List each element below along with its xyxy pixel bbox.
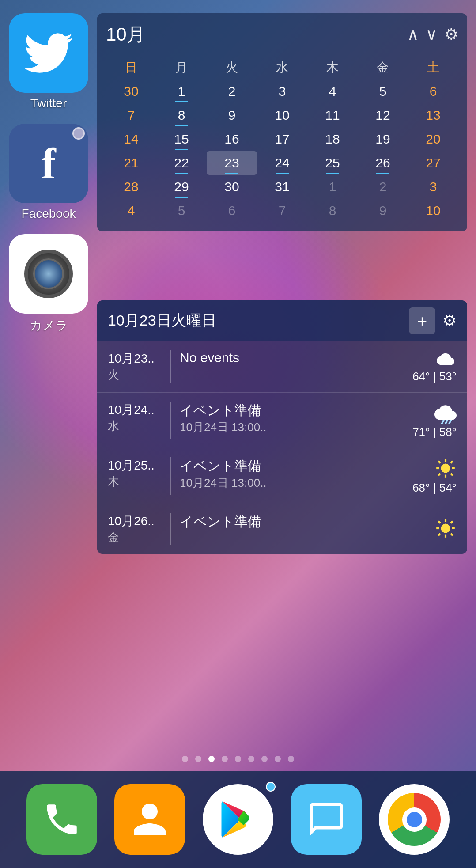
chrome-dock-icon[interactable] [379,784,450,855]
calendar-day-0-2[interactable]: 2 [207,80,257,103]
calendar-day-2-6[interactable]: 20 [408,127,458,151]
calendar-day-1-4[interactable]: 11 [307,103,358,127]
weather-icon-3 [434,517,457,539]
calendar-header: 10月 ∧ ∨ ⚙ [106,22,458,47]
calendar-day-3-1[interactable]: 22 [156,151,207,175]
calendar-day-0-3[interactable]: 3 [257,80,307,103]
calendar-day-2-1[interactable]: 15 [156,127,207,151]
calendar-day-3-2[interactable]: 23 [207,151,257,175]
event-weather-0: 64° | 53° [399,350,457,383]
calendar-day-2-4[interactable]: 18 [307,127,358,151]
calendar-grid: 日 月 火 水 木 金 土 30123456789101112131415161… [106,56,458,223]
calendar-day-5-6[interactable]: 10 [408,199,458,223]
event-weather-1: 71° | 58° [399,402,457,439]
event-row-3[interactable]: 10月26.. 金 イベント準備 [97,504,467,554]
calendar-day-0-6[interactable]: 6 [408,80,458,103]
calendar-day-4-6[interactable]: 3 [408,175,458,199]
calendar-day-5-2[interactable]: 6 [207,199,257,223]
calendar-day-5-0[interactable]: 4 [106,199,156,223]
calendar-day-4-1[interactable]: 29 [156,175,207,199]
svg-line-8 [451,461,453,463]
camera-app-icon[interactable] [9,234,88,314]
page-dot-3[interactable] [208,756,215,762]
calendar-day-3-0[interactable]: 21 [106,151,156,175]
calendar-week-0: 30123456 [106,80,458,103]
calendar-day-0-0[interactable]: 30 [106,80,156,103]
event-time-2: 10月24日 13:00.. [180,475,399,491]
calendar-day-1-0[interactable]: 7 [106,103,156,127]
calendar-day-4-2[interactable]: 30 [207,175,257,199]
contacts-dock-icon[interactable] [114,784,185,855]
event-row-0[interactable]: 10月23.. 火 No events 64° | 53° [97,341,467,392]
calendar-prev-btn[interactable]: ∧ [407,25,419,44]
page-dot-6[interactable] [248,756,254,762]
svg-line-5 [438,461,440,463]
facebook-f-icon: f [41,138,56,189]
event-row-1[interactable]: 10月24.. 水 イベント準備 10月24日 13:00.. 71° | 58… [97,392,467,448]
event-separator-0 [170,350,171,383]
page-dot-8[interactable] [275,756,281,762]
event-date-col-1: 10月24.. 水 [108,402,161,439]
calendar-body: 3012345678910111213141516171819202122232… [106,80,458,223]
calendar-day-1-3[interactable]: 10 [257,103,307,127]
calendar-day-1-6[interactable]: 13 [408,103,458,127]
play-store-icon [216,797,260,841]
event-content-2: イベント準備 10月24日 13:00.. [180,457,399,495]
event-date-col-3: 10月26.. 金 [108,513,161,545]
twitter-app-icon[interactable] [9,13,88,93]
camera-app-item[interactable]: カメラ [9,234,88,334]
page-dot-7[interactable] [261,756,268,762]
calendar-day-4-0[interactable]: 28 [106,175,156,199]
event-date-col-2: 10月25.. 木 [108,457,161,495]
calendar-day-4-3[interactable]: 31 [257,175,307,199]
facebook-app-item[interactable]: f Facebook [9,124,88,221]
event-separator-2 [170,457,171,495]
weather-temp-0: 64° | 53° [412,370,457,383]
calendar-next-btn[interactable]: ∨ [426,25,437,44]
page-dot-1[interactable] [182,756,188,762]
page-dot-9[interactable] [288,756,294,762]
calendar-day-3-5[interactable]: 26 [358,151,408,175]
weekday-fri: 金 [358,56,408,80]
calendar-day-0-1[interactable]: 1 [156,80,207,103]
calendar-day-5-3[interactable]: 7 [257,199,307,223]
calendar-day-0-4[interactable]: 4 [307,80,358,103]
calendar-day-5-4[interactable]: 8 [307,199,358,223]
calendar-day-1-5[interactable]: 12 [358,103,408,127]
calendar-day-3-6[interactable]: 27 [408,151,458,175]
calendar-day-2-3[interactable]: 17 [257,127,307,151]
calendar-day-2-0[interactable]: 14 [106,127,156,151]
calendar-settings-icon[interactable]: ⚙ [444,25,458,44]
play-store-dock-icon[interactable] [203,784,273,855]
event-day-name-2: 木 [108,474,119,489]
weather-icon-1 [434,402,457,424]
calendar-day-1-1[interactable]: 8 [156,103,207,127]
page-dot-5[interactable] [235,756,241,762]
calendar-day-3-4[interactable]: 25 [307,151,358,175]
calendar-month-title: 10月 [106,22,400,47]
calendar-day-5-1[interactable]: 5 [156,199,207,223]
twitter-app-item[interactable]: Twitter [9,13,88,110]
calendar-day-0-5[interactable]: 5 [358,80,408,103]
page-dot-2[interactable] [195,756,201,762]
events-add-button[interactable]: ＋ [409,307,435,334]
calendar-day-2-2[interactable]: 16 [207,127,257,151]
messages-dock-icon[interactable] [291,784,362,855]
calendar-day-5-5[interactable]: 9 [358,199,408,223]
calendar-day-4-5[interactable]: 2 [358,175,408,199]
events-settings-icon[interactable]: ⚙ [442,311,457,330]
event-content-3: イベント準備 [180,513,399,545]
calendar-day-4-4[interactable]: 1 [307,175,358,199]
page-dot-4[interactable] [222,756,228,762]
svg-line-17 [451,521,453,523]
twitter-bird-icon [24,29,73,77]
event-row-2[interactable]: 10月25.. 木 イベント準備 10月24日 13:00.. 68° | 54… [97,448,467,504]
svg-point-9 [441,523,450,533]
facebook-app-icon[interactable]: f [9,124,88,203]
phone-dock-icon[interactable] [26,784,97,855]
calendar-day-1-2[interactable]: 9 [207,103,257,127]
camera-lens-inner-icon [33,258,64,289]
calendar-day-3-3[interactable]: 24 [257,151,307,175]
calendar-day-2-5[interactable]: 19 [358,127,408,151]
event-content-0: No events [180,350,399,383]
